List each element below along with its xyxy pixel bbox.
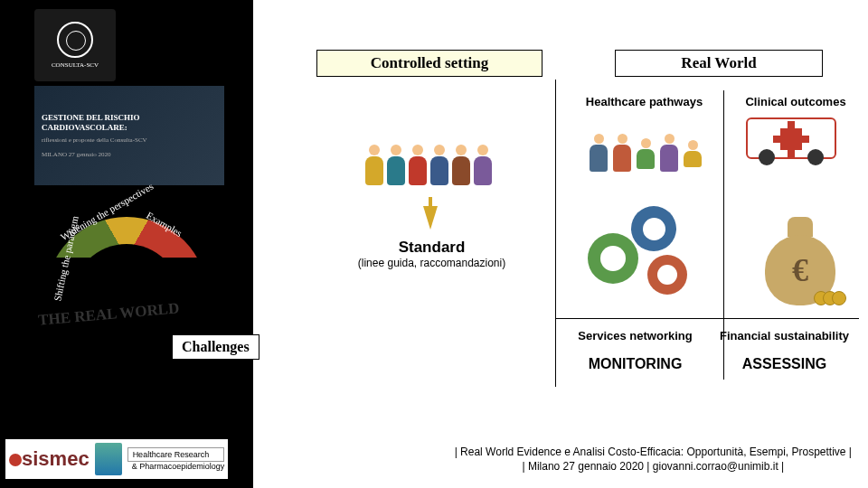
assessing-label: ASSESSING bbox=[710, 356, 859, 372]
gears-icon bbox=[588, 206, 705, 305]
research-box: Healthcare Research & Pharmacoepidemiolo… bbox=[127, 447, 225, 471]
footer-line1: | Real World Evidence e Analisi Costo-Ef… bbox=[455, 445, 852, 459]
real-world-header: Real World bbox=[615, 50, 823, 77]
financial-sustainability-label: Financial sustainability bbox=[710, 329, 859, 343]
research-line1: Healthcare Research bbox=[127, 447, 225, 462]
ambulance-icon bbox=[746, 117, 845, 181]
sismec-logo: sismec bbox=[9, 447, 90, 471]
red-cross-icon bbox=[780, 128, 802, 150]
sismec-dot-icon bbox=[9, 454, 22, 466]
logo-emblem-icon bbox=[57, 22, 93, 58]
standard-title: Standard bbox=[357, 239, 506, 257]
event-poster: GESTIONE DEL RISCHIO CARDIOVASCOLARE: ri… bbox=[34, 86, 224, 185]
family-group-icon bbox=[573, 117, 718, 190]
bicocca-logo-icon bbox=[95, 443, 122, 475]
research-line2: & Pharmacoepidemiology bbox=[127, 462, 225, 471]
monitoring-label: MONITORING bbox=[561, 356, 710, 372]
people-group-icon bbox=[329, 117, 528, 190]
divider-horizontal bbox=[555, 318, 859, 319]
gauge-chart: Shifting the paradigm Widening the persp… bbox=[27, 199, 226, 398]
footer-citation: | Real World Evidence e Analisi Costo-Ef… bbox=[455, 445, 852, 474]
services-networking-label: Services networking bbox=[561, 329, 710, 343]
money-bag-icon: € bbox=[760, 206, 841, 305]
controlled-setting-header: Controlled setting bbox=[316, 50, 542, 77]
bottom-logo-strip: sismec Healthcare Research & Pharmacoepi… bbox=[5, 439, 228, 479]
standard-subtitle: (linee guida, raccomandazioni) bbox=[357, 257, 506, 269]
consulta-logo: CONSULTA-SCV bbox=[34, 9, 116, 81]
arrow-down-icon bbox=[423, 206, 438, 230]
bottom-row-descriptions: Services networking Financial sustainabi… bbox=[561, 329, 859, 343]
poster-title: GESTIONE DEL RISCHIO CARDIOVASCOLARE: bbox=[42, 113, 217, 133]
sismec-text: sismec bbox=[22, 447, 90, 470]
standard-box: Standard (linee guida, raccomandazioni) bbox=[357, 239, 506, 269]
logo-text: CONSULTA-SCV bbox=[52, 61, 99, 69]
footer-line2: | Milano 27 gennaio 2020 | giovanni.corr… bbox=[455, 459, 852, 474]
left-sidebar: CONSULTA-SCV GESTIONE DEL RISCHIO CARDIO… bbox=[0, 0, 253, 488]
bottom-row-actions: MONITORING ASSESSING bbox=[561, 356, 859, 372]
poster-subtitle: riflessioni e proposte della Consulta-SC… bbox=[42, 136, 217, 144]
challenges-box: Challenges bbox=[172, 334, 259, 360]
healthcare-pathways-label: Healthcare pathways bbox=[570, 90, 719, 112]
poster-date: MILANO 27 gennaio 2020 bbox=[42, 151, 217, 158]
divider-vertical-1 bbox=[555, 80, 556, 387]
euro-symbol: € bbox=[792, 251, 808, 289]
clinical-outcomes-label: Clinical outcomes bbox=[732, 90, 859, 112]
